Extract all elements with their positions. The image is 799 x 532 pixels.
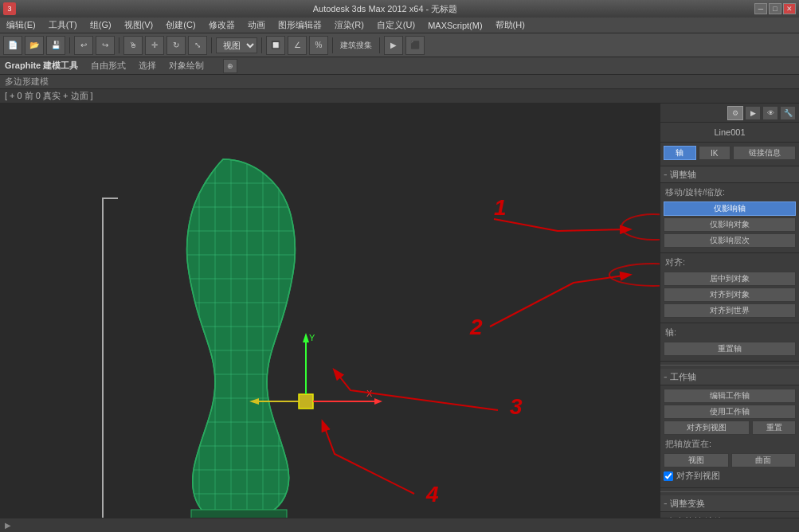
svg-text:Y: Y — [309, 333, 315, 342]
menu-help[interactable]: 帮助(H) — [492, 18, 528, 33]
sep4 — [261, 37, 262, 53]
viewport-label: [ + 0 前 0 真实 + 边面 ] — [5, 90, 93, 102]
align-to-world-button[interactable]: 对齐到世界 — [664, 303, 796, 318]
use-work-axis-button[interactable]: 使用工作轴 — [664, 405, 796, 419]
sep3 — [211, 37, 212, 53]
sep1 — [69, 37, 70, 53]
sep5 — [332, 37, 333, 53]
align-reset-row: 对齐到视图 重置 — [664, 421, 796, 435]
axis-ik-row: 轴 IK 链接信息 — [664, 146, 796, 160]
move-section-title: 移动/旋转/缩放: — [664, 186, 796, 198]
affect-hierarchy-button[interactable]: 仅影响层次 — [664, 233, 796, 248]
menu-modifier[interactable]: 修改器 — [206, 18, 238, 33]
affect-axis-button[interactable]: 仅影响轴 — [664, 201, 796, 216]
menu-graph-editor[interactable]: 图形编辑器 — [275, 18, 325, 33]
work-axis-collapse[interactable]: - 工作轴 — [660, 369, 799, 385]
menu-maxscript[interactable]: MAXScript(M) — [425, 19, 485, 32]
select-label[interactable]: 选择 — [139, 60, 156, 72]
center-to-object-button[interactable]: 居中到对象 — [664, 272, 796, 286]
quick-render-btn[interactable]: ⬛ — [405, 36, 425, 55]
work-axis-label: 工作轴 — [670, 371, 796, 383]
undo-button[interactable]: ↩ — [74, 36, 93, 55]
redo-button[interactable]: ↪ — [96, 36, 115, 55]
open-button[interactable]: 📂 — [25, 36, 44, 55]
main-toolbar: 📄 📂 💾 ↩ ↪ 🖱 ✛ ↻ ⤡ 视图 🔲 ∠ % 建筑搜集 ▶ ⬛ — [0, 33, 799, 57]
collapse-icon-work: - — [664, 370, 668, 383]
menu-create[interactable]: 创建(C) — [163, 18, 198, 33]
affect-object-button[interactable]: 仅影响对象 — [664, 217, 796, 232]
move-affect-section: 移动/旋转/缩放: 仅影响轴 仅影响对象 仅影响层次 — [660, 183, 799, 253]
menu-customize[interactable]: 自定义(U) — [374, 18, 418, 33]
scale-button[interactable]: ⤡ — [188, 36, 207, 55]
poly-modeling-label: 多边形建模 — [5, 76, 49, 88]
title-bar: 3 Autodesk 3ds Max 2012 x64 - 无标题 ─ □ ✕ — [0, 0, 799, 18]
menu-tools[interactable]: 工具(T) — [45, 18, 80, 33]
align-to-view-button[interactable]: 对齐到视图 — [664, 421, 750, 435]
right-panel: ⚙ ▶ 👁 🔧 Line001 轴 IK 链接信息 - 调整轴 移动/旋转/缩放… — [660, 104, 799, 532]
ik-button[interactable]: IK — [699, 146, 731, 160]
divider1 — [660, 365, 799, 366]
align-to-object-button[interactable]: 对齐到对象 — [664, 288, 796, 302]
display-tab[interactable]: 👁 — [762, 106, 778, 120]
svg-text:3: 3 — [510, 394, 523, 419]
window-controls: ─ □ ✕ — [754, 3, 796, 14]
menu-view[interactable]: 视图(V) — [121, 18, 157, 33]
sub-extra-btn1[interactable]: ⊕ — [223, 59, 237, 73]
align-section: 对齐: 居中到对象 对齐到对象 对齐到世界 — [660, 253, 799, 323]
view-surface-row: 视图 曲面 — [664, 453, 796, 467]
svg-text:1: 1 — [494, 195, 507, 220]
object-name: Line001 — [664, 126, 796, 139]
close-button[interactable]: ✕ — [783, 3, 796, 14]
adjust-transform-collapse[interactable]: - 调整变换 — [660, 495, 799, 512]
snap-button[interactable]: 🔲 — [266, 36, 285, 55]
angle-snap-button[interactable]: ∠ — [288, 36, 307, 55]
hierarchy-tab[interactable]: ⚙ — [727, 106, 743, 120]
align-view-checkbox-row: 对齐到视图 — [664, 470, 796, 482]
divider2 — [660, 491, 799, 492]
save-button[interactable]: 💾 — [46, 36, 65, 55]
percent-snap-button[interactable]: % — [309, 36, 328, 55]
menu-render[interactable]: 渲染(R) — [331, 18, 367, 33]
align-to-view-checkbox[interactable] — [664, 471, 673, 481]
view-dropdown[interactable]: 视图 — [216, 37, 257, 53]
bracket-left — [102, 198, 104, 532]
align-to-view-chk-label: 对齐到视图 — [676, 470, 720, 482]
svg-marker-24 — [374, 398, 382, 405]
utilities-tab[interactable]: 🔧 — [780, 106, 796, 120]
maximize-button[interactable]: □ — [769, 3, 781, 14]
view-button[interactable]: 视图 — [664, 453, 729, 467]
menu-animation[interactable]: 动画 — [245, 18, 268, 33]
main-area: X Y 1 2 — [0, 104, 799, 532]
graphite-label[interactable]: Graphite 建模工具 — [5, 60, 78, 72]
rotate-button[interactable]: ↻ — [166, 36, 186, 55]
object-paint-label[interactable]: 对象绘制 — [169, 60, 204, 72]
adjust-axis-collapse[interactable]: - 调整轴 — [660, 166, 799, 183]
adjust-axis-label: 调整轴 — [670, 169, 796, 181]
reset-axis-button[interactable]: 重置轴 — [664, 342, 796, 356]
menu-edit[interactable]: 编辑(E) — [3, 18, 39, 33]
vase-model: X Y — [143, 151, 398, 526]
surface-button[interactable]: 曲面 — [731, 453, 797, 467]
render-btn[interactable]: ▶ — [384, 36, 403, 55]
axis-button[interactable]: 轴 — [664, 146, 696, 160]
link-info-button[interactable]: 链接信息 — [733, 146, 796, 160]
viewport[interactable]: X Y 1 2 — [0, 104, 660, 532]
svg-text:2: 2 — [469, 315, 483, 339]
adjust-transform-label: 调整变换 — [670, 498, 796, 510]
svg-text:X: X — [366, 389, 373, 398]
reset-button-small[interactable]: 重置 — [752, 421, 796, 435]
freeform-label[interactable]: 自由形式 — [91, 60, 126, 72]
select-button[interactable]: 🖱 — [123, 36, 143, 55]
sub-toolbar: Graphite 建模工具 自由形式 选择 对象绘制 ⊕ — [0, 57, 799, 75]
sep6 — [379, 37, 380, 53]
axis-ik-section: 轴 IK 链接信息 — [660, 143, 799, 166]
collapse-icon-transform: - — [664, 497, 668, 510]
edit-work-axis-button[interactable]: 编辑工作轴 — [664, 389, 796, 403]
new-button[interactable]: 📄 — [3, 36, 22, 55]
menu-group[interactable]: 组(G) — [87, 18, 115, 33]
svg-point-37 — [609, 264, 660, 286]
minimize-button[interactable]: ─ — [754, 3, 767, 14]
motion-tab[interactable]: ▶ — [745, 106, 761, 120]
status-bar: ▶ — [0, 518, 799, 532]
move-button[interactable]: ✛ — [145, 36, 164, 55]
